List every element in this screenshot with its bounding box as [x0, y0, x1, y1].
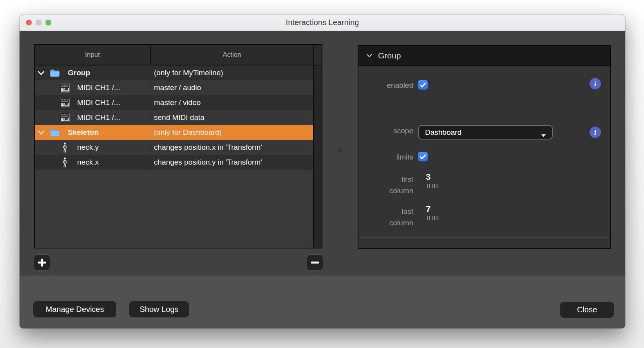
folder-icon: [50, 129, 60, 137]
last-column-label: last column: [358, 206, 413, 228]
info-icon[interactable]: i: [590, 127, 601, 138]
desktop-background: Interactions Learning Input Action Group…: [0, 0, 644, 348]
scope-dropdown-value: Dashboard: [425, 128, 461, 137]
action-cell: (only for MyTimeline): [151, 65, 313, 80]
action-label: master / audio: [154, 83, 201, 92]
input-cell: MIDI CH1 /...: [35, 95, 151, 110]
footer-bar: Manage Devices Show Logs Close: [20, 275, 625, 328]
value-scrubber-ticks[interactable]: [426, 216, 439, 220]
column-header-input[interactable]: Input: [35, 45, 151, 65]
person-icon: [60, 157, 70, 168]
window-title: Interactions Learning: [20, 14, 625, 31]
table-row[interactable]: neck.ychanges position.x in 'Transform': [35, 140, 313, 155]
inspector-title: Group: [378, 51, 401, 60]
traffic-lights: [26, 20, 51, 25]
table-row[interactable]: MIDI CH1 /...send MIDI data: [35, 110, 313, 125]
enabled-label: enabled: [358, 80, 413, 91]
first-column-value[interactable]: 3: [426, 172, 431, 182]
input-cell: neck.x: [35, 155, 151, 170]
action-cell: changes position.y in 'Transform': [151, 155, 313, 170]
midi-keyboard-icon: [60, 113, 70, 122]
interactions-learning-window: Interactions Learning Input Action Group…: [20, 14, 625, 328]
folder-icon: [50, 69, 60, 77]
enabled-checkbox[interactable]: [418, 80, 428, 90]
scope-dropdown[interactable]: Dashboard: [418, 125, 553, 140]
checkmark-icon: [420, 82, 426, 88]
minimize-window-button[interactable]: [36, 20, 42, 25]
add-row-button[interactable]: [34, 254, 50, 271]
midi-keyboard-icon: [60, 98, 70, 107]
chevron-down-icon[interactable]: [37, 130, 45, 135]
input-label: neck.y: [77, 143, 99, 152]
input-cell: Skeleton: [35, 125, 151, 140]
table-row[interactable]: MIDI CH1 /...master / audio: [35, 80, 313, 95]
action-label: (only for MyTimeline): [154, 69, 223, 77]
table-row[interactable]: MIDI CH1 /...master / video: [35, 95, 313, 110]
zoom-window-button[interactable]: [45, 20, 51, 25]
interactions-table: Input Action Group(only for MyTimeline)M…: [34, 44, 322, 248]
input-label: MIDI CH1 /...: [77, 113, 120, 122]
close-button[interactable]: Close: [560, 302, 614, 318]
action-label: send MIDI data: [154, 113, 204, 122]
inspector-divider: [359, 237, 610, 237]
minus-icon: [310, 258, 320, 267]
panel-splitter-dot: [337, 147, 343, 154]
inspector-body: enabled i scope Dashboard i: [358, 66, 610, 247]
midi-keyboard-icon: [60, 83, 70, 92]
window-titlebar[interactable]: Interactions Learning: [20, 14, 625, 31]
table-header: Input Action: [35, 45, 322, 65]
action-label: changes position.y in 'Transform': [154, 158, 262, 167]
input-label: Skeleton: [68, 128, 99, 137]
plus-icon: [37, 258, 47, 267]
table-row[interactable]: Group(only for MyTimeline): [35, 65, 313, 80]
input-label: MIDI CH1 /...: [77, 83, 120, 92]
remove-row-button[interactable]: [307, 254, 323, 271]
inspector-header[interactable]: Group: [358, 46, 610, 66]
table-rows: Group(only for MyTimeline)MIDI CH1 /...m…: [35, 65, 313, 248]
inspector-panel: Group enabled i scope Dashboard: [358, 45, 611, 249]
input-cell: Group: [35, 65, 151, 80]
show-logs-button[interactable]: Show Logs: [129, 301, 189, 317]
chevron-down-icon[interactable]: [37, 71, 45, 76]
limits-checkbox[interactable]: [418, 152, 428, 161]
scope-label: scope: [358, 126, 413, 136]
window-content: Input Action Group(only for MyTimeline)M…: [20, 31, 625, 328]
close-window-button[interactable]: [26, 20, 32, 25]
person-icon: [60, 142, 70, 153]
limits-label: limits: [358, 152, 413, 162]
input-cell: MIDI CH1 /...: [35, 110, 151, 125]
value-scrubber-ticks[interactable]: [426, 184, 439, 188]
chevron-down-icon: [366, 54, 373, 58]
first-column-label: first column: [358, 174, 413, 196]
column-header-action[interactable]: Action: [151, 45, 314, 65]
input-label: neck.x: [77, 158, 99, 167]
manage-devices-button[interactable]: Manage Devices: [33, 301, 116, 317]
action-cell: changes position.x in 'Transform': [151, 140, 313, 155]
input-label: Group: [68, 69, 90, 77]
action-cell: send MIDI data: [151, 110, 313, 125]
input-label: MIDI CH1 /...: [77, 98, 120, 107]
scrollbar-header-spacer: [314, 45, 322, 65]
input-cell: MIDI CH1 /...: [35, 80, 151, 95]
action-label: changes position.x in 'Transform': [154, 143, 262, 152]
action-label: master / video: [154, 98, 201, 107]
input-cell: neck.y: [35, 140, 151, 155]
vertical-scrollbar-track[interactable]: [313, 65, 322, 248]
table-row[interactable]: neck.xchanges position.y in 'Transform': [35, 155, 313, 170]
table-body: Group(only for MyTimeline)MIDI CH1 /...m…: [35, 65, 322, 248]
info-icon[interactable]: i: [590, 78, 601, 89]
action-cell: master / audio: [151, 80, 313, 95]
action-label: (only for Dashboard): [154, 128, 222, 137]
last-column-value[interactable]: 7: [426, 204, 431, 214]
action-cell: (only for Dashboard): [151, 125, 313, 140]
chevron-down-icon: [541, 131, 546, 140]
action-cell: master / video: [151, 95, 313, 110]
table-row[interactable]: Skeleton(only for Dashboard): [35, 125, 313, 140]
checkmark-icon: [420, 154, 426, 160]
